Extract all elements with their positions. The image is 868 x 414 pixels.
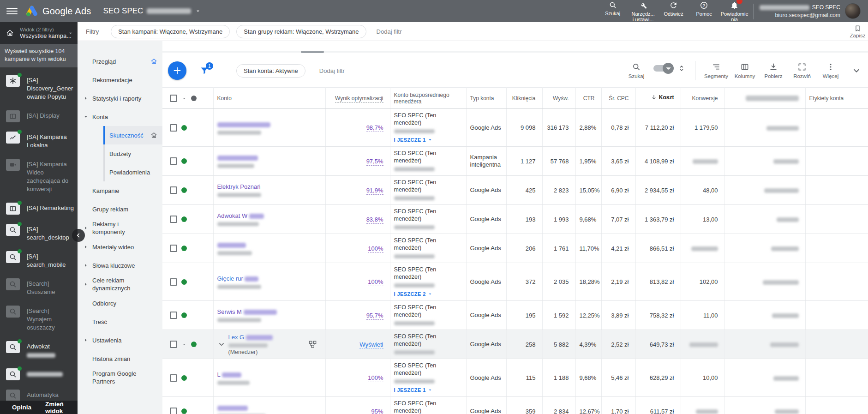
row-checkbox[interactable]: [170, 374, 177, 382]
row-checkbox[interactable]: [170, 245, 177, 252]
campaign-item[interactable]: [0, 364, 78, 385]
optimization-score-link[interactable]: 95,7%: [366, 312, 383, 320]
collapse-toolbar-icon[interactable]: [851, 66, 862, 76]
optimization-score-link[interactable]: 98,7%: [366, 124, 383, 132]
nav-item-bud-ety[interactable]: Budżety: [103, 144, 162, 163]
nav-item-konta[interactable]: Konta: [78, 108, 162, 126]
row-checkbox[interactable]: [170, 216, 177, 223]
optimization-score-link[interactable]: 83,8%: [366, 216, 383, 224]
feedback-link[interactable]: Opinia: [12, 404, 31, 411]
table-row[interactable]: 98,7% SEO SPEC (Ten menedżer) I JESZCZE …: [162, 109, 868, 147]
account-name-link[interactable]: Lex G: [228, 333, 273, 341]
chevron-down-icon[interactable]: [181, 96, 187, 101]
table-row[interactable]: Lex G (Menedżer) Wyświetl SEO SPEC (Ten …: [162, 330, 868, 359]
scrollbar-thumb[interactable]: [301, 51, 324, 53]
add-button[interactable]: [168, 61, 186, 80]
nav-item-przegl-d[interactable]: Przegląd: [78, 52, 162, 71]
optimization-score-link[interactable]: 100%: [368, 278, 383, 286]
nav-item-powiadomienia[interactable]: Powiadomienia: [103, 163, 162, 181]
optimization-score-link[interactable]: 97,5%: [366, 158, 383, 166]
account-name-link[interactable]: [217, 154, 258, 162]
row-checkbox[interactable]: [170, 408, 177, 414]
filter-chip-campaign-status[interactable]: Stan kampanii: Włączone, Wstrzymane: [111, 25, 230, 38]
change-view-link[interactable]: Zmień widok: [45, 401, 78, 414]
select-all-checkbox[interactable]: [170, 95, 177, 102]
nav-item-rekomendacje[interactable]: Rekomendacje: [78, 71, 162, 89]
campaign-item[interactable]: [Search] Osuszanie: [0, 274, 78, 301]
campaign-item[interactable]: Adwokat: [0, 336, 78, 364]
account-name-link[interactable]: Serwis M: [217, 308, 277, 316]
campaign-item[interactable]: [SA] Kampania Lokalna: [0, 127, 78, 154]
table-row[interactable]: 97,5% SEO SPEC (Ten menedżer) Kampania i…: [162, 147, 868, 176]
topbar-account-info[interactable]: SEO SPEC biuro.seospec@gmail.com: [760, 4, 840, 18]
table-row[interactable]: L 100% SEO SPEC (Ten menedżer) I JESZCZE…: [162, 359, 868, 397]
columns-button[interactable]: Kolumny: [730, 62, 759, 79]
row-checkbox[interactable]: [170, 312, 177, 319]
table-row[interactable]: 100% SEO SPEC (Ten menedżer) Google Ads …: [162, 234, 868, 263]
row-checkbox[interactable]: [170, 186, 177, 194]
nav-item-tre-[interactable]: Treść: [78, 312, 162, 331]
view-score-link[interactable]: Wyświetl: [359, 341, 383, 349]
save-view-button[interactable]: Zapisz: [847, 22, 868, 41]
topbar-notifications-button[interactable]: Powiadomie nia: [719, 0, 750, 22]
campaign-item[interactable]: [SA] Kampania Wideo zachęcająca do konwe…: [0, 154, 78, 198]
account-status-chip[interactable]: Stan konta: Aktywne: [236, 64, 305, 78]
row-checkbox[interactable]: [170, 157, 177, 165]
filter-funnel-button[interactable]: 1: [199, 66, 210, 76]
campaign-item[interactable]: [SA] search_desktop: [0, 219, 78, 246]
nav-item-ustawienia[interactable]: Ustawienia: [78, 331, 162, 349]
row-checkbox[interactable]: [170, 341, 177, 348]
col-header-sr-cpc[interactable]: Śr. CPC: [601, 88, 635, 109]
collapse-sidebar-button[interactable]: [72, 229, 85, 242]
topbar-search-button[interactable]: Szukaj: [598, 0, 628, 16]
view-selector[interactable]: Widok (2 filtry) Wszystkie kampa...: [0, 22, 78, 44]
account-switcher[interactable]: SEO SPEC: [103, 6, 201, 16]
account-name-link[interactable]: Adwokat W: [217, 212, 264, 220]
filter-toggle[interactable]: [653, 65, 671, 72]
table-row[interactable]: 95% SEO SPEC (Ten menedżer) Google Ads 3…: [162, 397, 868, 414]
status-filter-dot[interactable]: [191, 96, 197, 101]
topbar-help-button[interactable]: ? Pomoc: [689, 0, 719, 17]
campaign-item[interactable]: [SA] Remarketing: [0, 198, 78, 219]
account-name-link[interactable]: [217, 404, 266, 412]
nav-item-s-owa-kluczowe[interactable]: Słowa kluczowe: [78, 256, 162, 275]
account-name-link[interactable]: Elektryk Poznań: [217, 183, 261, 191]
optimization-score-link[interactable]: 100%: [368, 374, 383, 382]
chevron-down-icon[interactable]: [181, 342, 187, 347]
show-more-managers-link[interactable]: I JESZCZE 1: [394, 136, 462, 144]
campaign-item[interactable]: [SA] Discovery_Generowanie Popytu: [0, 70, 78, 106]
nav-item-skuteczno-[interactable]: Skuteczność: [103, 126, 162, 144]
filter-chip-adgroup-status[interactable]: Stan grupy reklam: Włączone, Wstrzymane: [236, 25, 366, 38]
optimization-score-link[interactable]: 95%: [371, 408, 383, 414]
nav-item-reklamy-i-komponenty[interactable]: Reklamy i komponenty: [78, 218, 162, 238]
menu-icon[interactable]: [6, 6, 18, 17]
nav-item-materia-y-wideo[interactable]: Materiały wideo: [78, 238, 162, 256]
nav-item-cele-reklam-dynamicznych[interactable]: Cele reklam dynamicznych: [78, 275, 162, 294]
row-checkbox[interactable]: [170, 124, 177, 132]
expand-row-icon[interactable]: [217, 340, 226, 348]
row-checkbox[interactable]: [170, 278, 177, 286]
download-button[interactable]: Pobierz: [759, 62, 788, 79]
optimization-score-link[interactable]: 100%: [368, 245, 383, 253]
more-button[interactable]: Więcej: [816, 62, 845, 79]
nav-item-historia-zmian[interactable]: Historia zmian: [78, 349, 162, 368]
table-row[interactable]: Gięcie rur 100% SEO SPEC (Ten menedżer) …: [162, 263, 868, 301]
col-header-wynik-optymalizacji[interactable]: Wynik optymalizacji: [325, 88, 390, 109]
table-row[interactable]: Adwokat W 83,8% SEO SPEC (Ten menedżer) …: [162, 205, 868, 234]
campaign-item[interactable]: [Search] Wynajem osuszaczy: [0, 301, 78, 336]
col-header-klikniecia[interactable]: Kliknięcia: [506, 88, 542, 109]
table-search-button[interactable]: Szukaj: [622, 62, 651, 79]
campaign-item[interactable]: Automatyka: [0, 385, 78, 401]
campaign-item[interactable]: [SA] Display: [0, 106, 78, 127]
nav-item-statystyki-i-raporty[interactable]: Statystyki i raporty: [78, 89, 162, 108]
optimization-score-link[interactable]: 91,9%: [366, 187, 383, 195]
nav-item-kampanie[interactable]: Kampanie: [78, 181, 162, 200]
account-name-link[interactable]: [217, 241, 252, 249]
expand-button[interactable]: Rozwiń: [788, 62, 816, 79]
nav-item-odbiorcy[interactable]: Odbiorcy: [78, 294, 162, 312]
campaign-item[interactable]: [SA] search_mobile: [0, 246, 78, 274]
topbar-tools-button[interactable]: Narzędz... i ustawi...: [628, 0, 658, 22]
unfold-sort-icon[interactable]: [677, 64, 686, 72]
segments-button[interactable]: Segmenty: [702, 62, 730, 79]
account-name-link[interactable]: L: [217, 371, 250, 378]
